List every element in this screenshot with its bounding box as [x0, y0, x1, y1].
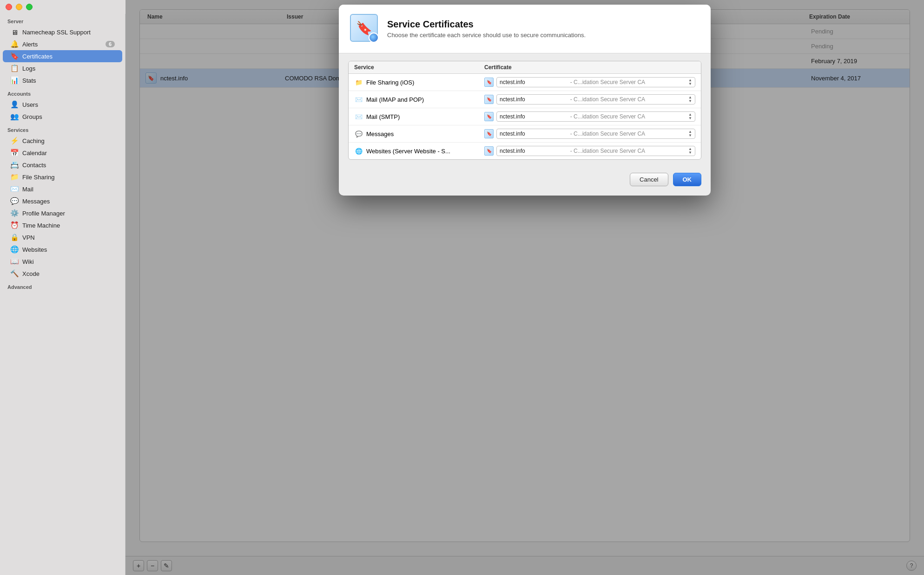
- stepper-down-websites[interactable]: ▼: [688, 151, 692, 155]
- cert-file-icon-messages: 🔖: [484, 129, 494, 138]
- sidebar-icon-xcode: 🔨: [10, 269, 19, 278]
- cert-file-icon-mail-imap: 🔖: [484, 95, 494, 104]
- sidebar-item-namecheap[interactable]: 🖥 Namecheap SSL Support: [3, 26, 122, 38]
- sidebar-icon-contacts: 📇: [10, 161, 19, 169]
- sidebar-item-stats[interactable]: 📊 Stats: [3, 74, 122, 86]
- cert-dropdown-name-mail-imap: nctest.info: [500, 96, 525, 103]
- sidebar-label-users: Users: [22, 101, 38, 108]
- sidebar-label-caching: Caching: [22, 137, 45, 144]
- ok-button[interactable]: OK: [673, 173, 702, 186]
- cert-dropdown-issuer-mail-imap: - C...idation Secure Server CA: [570, 96, 645, 103]
- sidebar-item-calendar[interactable]: 📅 Calendar: [3, 147, 122, 159]
- sidebar-item-users[interactable]: 👤 Users: [3, 98, 122, 111]
- sidebar-icon-logs: 📋: [10, 64, 19, 72]
- service-icon-mail-smtp: ✉️: [354, 112, 363, 121]
- sidebar-item-messages[interactable]: 💬 Messages: [3, 195, 122, 207]
- modal-subtitle: Choose the certificate each service shou…: [387, 32, 700, 39]
- modal-footer: Cancel OK: [339, 167, 711, 196]
- sidebar-item-xcode[interactable]: 🔨 Xcode: [3, 268, 122, 280]
- stepper-down-mail-imap[interactable]: ▼: [688, 99, 692, 103]
- sidebar-label-certificates: Certificates: [22, 53, 53, 60]
- modal-overlay: 🔖 Service Certificates Choose the certif…: [125, 0, 924, 575]
- cert-dropdown-mail-smtp[interactable]: nctest.info - C...idation Secure Server …: [496, 111, 695, 122]
- sidebar-icon-profile-mgr: ⚙️: [10, 209, 19, 217]
- cert-dropdown-issuer-mail-smtp: - C...idation Secure Server CA: [570, 113, 645, 120]
- certificate-icon: 🔖: [350, 14, 378, 42]
- service-icon-websites: 🌐: [354, 146, 363, 156]
- service-icon-mail-imap: ✉️: [354, 95, 363, 104]
- service-label-websites: Websites (Server Website - S...: [366, 148, 450, 155]
- maximize-button[interactable]: [26, 4, 33, 10]
- stepper-arrows-mail-imap[interactable]: ▲ ▼: [688, 96, 692, 103]
- sidebar-icon-certificates: 🔖: [10, 52, 19, 60]
- sidebar-item-certificates[interactable]: 🔖 Certificates: [3, 50, 122, 62]
- cert-dropdown-issuer-file-sharing-ios: - C...idation Secure Server CA: [570, 79, 645, 85]
- sidebar-item-websites[interactable]: 🌐 Websites: [3, 243, 122, 255]
- sidebar-item-time-machine[interactable]: ⏰ Time Machine: [3, 219, 122, 231]
- cert-file-icon-mail-smtp: 🔖: [484, 112, 494, 121]
- sidebar-label-time-machine: Time Machine: [22, 222, 60, 229]
- stepper-down-file-sharing-ios[interactable]: ▼: [688, 82, 692, 86]
- service-row-file-sharing-ios[interactable]: 📁 File Sharing (iOS) 🔖 nctest.info - C..…: [349, 74, 701, 91]
- sidebar-label-contacts: Contacts: [22, 162, 46, 169]
- cert-dropdown-issuer-websites: - C...idation Secure Server CA: [570, 148, 645, 154]
- sidebar-item-vpn[interactable]: 🔒 VPN: [3, 231, 122, 243]
- modal-header-icon: 🔖: [350, 14, 380, 44]
- service-col-header: Service: [354, 64, 484, 71]
- stepper-arrows-file-sharing-ios[interactable]: ▲ ▼: [688, 78, 692, 86]
- modal-body: Service Certificate 📁 File Sharing (iOS)…: [339, 53, 711, 167]
- cert-file-icon-file-sharing-ios: 🔖: [484, 78, 494, 87]
- sidebar-item-wiki[interactable]: 📖 Wiki: [3, 255, 122, 268]
- modal-header: 🔖 Service Certificates Choose the certif…: [339, 5, 711, 53]
- sidebar-item-mail[interactable]: ✉️ Mail: [3, 183, 122, 195]
- service-name-messages: 💬 Messages: [354, 129, 484, 138]
- sidebar-item-caching[interactable]: ⚡ Caching: [3, 135, 122, 147]
- service-row-mail-imap[interactable]: ✉️ Mail (IMAP and POP) 🔖 nctest.info - C…: [349, 91, 701, 108]
- cancel-button[interactable]: Cancel: [630, 173, 668, 186]
- service-row-mail-smtp[interactable]: ✉️ Mail (SMTP) 🔖 nctest.info - C...idati…: [349, 108, 701, 125]
- sidebar-item-file-sharing[interactable]: 📁 File Sharing: [3, 171, 122, 183]
- sidebar-label-wiki: Wiki: [22, 258, 34, 265]
- service-row-messages[interactable]: 💬 Messages 🔖 nctest.info - C...idation S…: [349, 125, 701, 143]
- cert-dropdown-websites[interactable]: nctest.info - C...idation Secure Server …: [496, 146, 695, 156]
- close-button[interactable]: [6, 4, 12, 10]
- stepper-arrows-websites[interactable]: ▲ ▼: [688, 147, 692, 155]
- service-icon-messages: 💬: [354, 129, 363, 138]
- service-name-mail-imap: ✉️ Mail (IMAP and POP): [354, 95, 484, 104]
- service-table: Service Certificate 📁 File Sharing (iOS)…: [348, 61, 701, 160]
- cert-dropdown-file-sharing-ios[interactable]: nctest.info - C...idation Secure Server …: [496, 77, 695, 87]
- badge-alerts: 6: [106, 41, 115, 47]
- sidebar-label-mail: Mail: [22, 186, 33, 193]
- sidebar-item-groups[interactable]: 👥 Groups: [3, 111, 122, 123]
- cert-dropdown-mail-imap[interactable]: nctest.info - C...idation Secure Server …: [496, 94, 695, 105]
- minimize-button[interactable]: [16, 4, 22, 10]
- cert-dropdown-issuer-messages: - C...idation Secure Server CA: [570, 131, 645, 137]
- stepper-arrows-mail-smtp[interactable]: ▲ ▼: [688, 113, 692, 120]
- sidebar-label-messages: Messages: [22, 198, 50, 205]
- cert-dropdown-messages[interactable]: nctest.info - C...idation Secure Server …: [496, 129, 695, 139]
- service-row-websites[interactable]: 🌐 Websites (Server Website - S... 🔖 ncte…: [349, 143, 701, 159]
- cert-dropdown-name-mail-smtp: nctest.info: [500, 113, 525, 120]
- sidebar: Server 🖥 Namecheap SSL Support 🔔 Alerts …: [0, 0, 125, 575]
- advanced-section-header: Advanced: [0, 280, 125, 292]
- accounts-section-header: Accounts: [0, 86, 125, 98]
- sidebar-icon-websites: 🌐: [10, 245, 19, 254]
- sidebar-item-profile-mgr[interactable]: ⚙️ Profile Manager: [3, 207, 122, 219]
- sidebar-label-namecheap: Namecheap SSL Support: [22, 29, 91, 36]
- stepper-down-mail-smtp[interactable]: ▼: [688, 117, 692, 120]
- service-label-file-sharing-ios: File Sharing (iOS): [366, 79, 414, 86]
- sidebar-item-alerts[interactable]: 🔔 Alerts 6: [3, 38, 122, 50]
- sidebar-icon-caching: ⚡: [10, 137, 19, 145]
- sidebar-label-stats: Stats: [22, 77, 36, 84]
- globe-badge-icon: [369, 33, 379, 43]
- cert-file-icon-websites: 🔖: [484, 146, 494, 156]
- stepper-arrows-messages[interactable]: ▲ ▼: [688, 130, 692, 137]
- main-content: Name Issuer Expiration Date Pending Pend…: [125, 0, 924, 575]
- sidebar-icon-users: 👤: [10, 100, 19, 109]
- service-certificates-modal: 🔖 Service Certificates Choose the certif…: [339, 5, 711, 196]
- cert-col-header: Certificate: [484, 64, 695, 71]
- stepper-down-messages[interactable]: ▼: [688, 134, 692, 137]
- sidebar-item-contacts[interactable]: 📇 Contacts: [3, 159, 122, 171]
- sidebar-item-logs[interactable]: 📋 Logs: [3, 62, 122, 74]
- sidebar-icon-namecheap: 🖥: [10, 28, 19, 36]
